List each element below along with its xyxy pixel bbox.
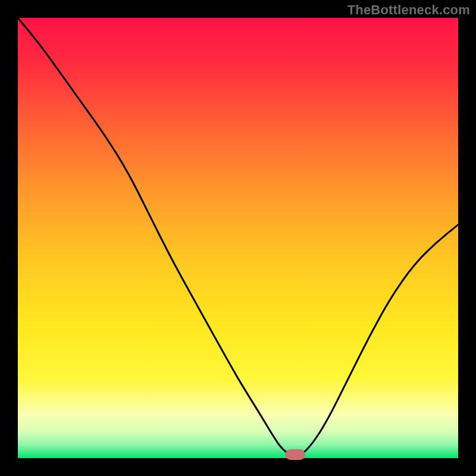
optimum-marker (286, 449, 305, 460)
plot-background (18, 18, 458, 458)
bottleneck-chart (0, 0, 476, 476)
chart-container: TheBottleneck.com (0, 0, 476, 476)
watermark-text: TheBottleneck.com (347, 2, 470, 18)
